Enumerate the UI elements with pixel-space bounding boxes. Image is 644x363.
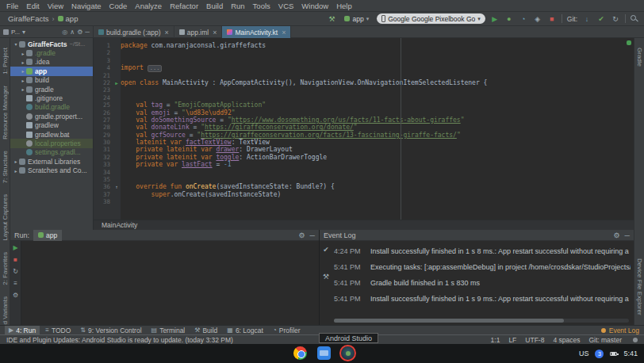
minimize-icon[interactable]: ─ <box>310 230 315 241</box>
tree-item-build[interactable]: ▸build <box>10 76 93 85</box>
menu-item-navigate[interactable]: Navigate <box>67 0 105 12</box>
code-area[interactable]: 1package com.naranjaconsal.giraffefacts2… <box>94 38 634 220</box>
tab-mainactivity-kt[interactable]: MainActivity.kt× <box>222 26 291 38</box>
battery-icon[interactable] <box>610 352 617 356</box>
tree-item-gradle-propert[interactable]: gradle.propert... <box>10 112 93 120</box>
tree-item-gitignore[interactable]: .gitignore <box>10 94 93 102</box>
status-git-master[interactable]: Git: master <box>588 336 622 344</box>
tab-app-iml[interactable]: app.iml× <box>174 26 223 38</box>
code-line-23[interactable]: 23 <box>94 86 634 94</box>
status-message[interactable]: IDE and Plugin Updates: Android Studio i… <box>6 336 233 344</box>
commit-button[interactable]: ✔ <box>596 14 606 24</box>
restart-button[interactable]: ↻ <box>13 268 18 275</box>
menu-item-file[interactable]: File <box>2 0 22 12</box>
code-line-33[interactable]: 33 private var lastFact = -1 <box>94 161 634 168</box>
menu-item-view[interactable]: View <box>44 0 67 12</box>
code-line-2[interactable]: 2 <box>94 49 634 56</box>
status-utf-8[interactable]: UTF-8 <box>525 336 544 344</box>
hide-panel-icon[interactable]: ─ <box>85 29 90 36</box>
tree-item-settings-gradl[interactable]: settings.gradl... <box>10 148 93 157</box>
settings-gear-icon[interactable]: ⚙ <box>614 230 620 241</box>
run-config-selector[interactable]: app▾ <box>341 13 372 24</box>
code-line-1[interactable]: 1package com.naranjaconsal.giraffefacts <box>94 42 634 49</box>
expand-arrow-icon[interactable]: ▸ <box>20 86 26 92</box>
menu-item-edit[interactable]: Edit <box>22 0 43 12</box>
tree-item-external-libraries[interactable]: ▸External Libraries <box>10 157 93 166</box>
tool-button-resource-manager[interactable]: Resource Manager <box>2 86 9 139</box>
code-line-28[interactable]: 28 val donateLink = "https://giraffecons… <box>94 124 634 131</box>
code-line-36[interactable]: 36↑ override fun onCreate(savedInstanceS… <box>94 183 634 190</box>
project-view-label[interactable]: P... <box>11 29 20 36</box>
menu-item-refactor[interactable]: Refactor <box>166 0 202 12</box>
notification-count-badge[interactable]: 3 <box>595 350 604 358</box>
filter-button[interactable]: ≡ <box>13 280 17 287</box>
tree-item-app[interactable]: ▸app <box>10 67 93 75</box>
tree-item-gradle[interactable]: ▸gradle <box>10 85 93 94</box>
close-icon[interactable]: × <box>165 29 169 36</box>
code-line-3[interactable]: 3 <box>94 57 634 64</box>
update-project-button[interactable]: ↓ <box>582 14 592 24</box>
chrome-icon[interactable] <box>293 346 307 360</box>
code-line-37[interactable]: 37 super.onCreate(savedInstanceState) <box>94 191 634 198</box>
menu-item-tools[interactable]: Tools <box>249 0 274 12</box>
expand-arrow-icon[interactable]: ▸ <box>20 78 26 83</box>
rollback-button[interactable]: ↻ <box>611 14 620 24</box>
menu-item-help[interactable]: Help <box>332 0 356 12</box>
code-editor[interactable]: 1package com.naranjaconsal.giraffefacts2… <box>94 38 634 230</box>
collapse-all-icon[interactable]: ∧ <box>70 29 75 36</box>
locate-icon[interactable]: ◎ <box>62 29 67 36</box>
code-line-30[interactable]: 30 lateinit var factTextView: TextView <box>94 139 634 146</box>
tree-item-gradlew-bat[interactable]: gradlew.bat <box>10 130 93 139</box>
tool-window-button-6-logcat[interactable]: ▦6: Logcat <box>223 326 267 335</box>
code-line-4[interactable]: 4import ... <box>94 64 634 71</box>
code-line-25[interactable]: 25 val tag = "EmojiCompatApplication" <box>94 101 634 109</box>
mark-all-read-icon[interactable]: ✔ <box>323 246 329 254</box>
tree-item-scratches-and-co[interactable]: ▸Scratches and Co... <box>10 166 93 174</box>
code-line-26[interactable]: 26 val emoji = "\ud83e\udd92" <box>94 109 634 117</box>
debug-button[interactable]: ● <box>504 14 514 24</box>
expand-arrow-icon[interactable]: ▾ <box>13 41 19 47</box>
keyboard-layout-indicator[interactable]: US <box>579 350 589 357</box>
clock[interactable]: 5:41 <box>623 350 638 357</box>
code-line-21[interactable]: 21 <box>94 72 634 79</box>
settings-gear-icon[interactable]: ⚙ <box>299 230 305 241</box>
stop-button[interactable]: ■ <box>547 14 557 24</box>
editor-breadcrumb-label[interactable]: MainActivity <box>102 221 137 229</box>
tree-item-gradle[interactable]: ▸.gradle <box>10 48 93 57</box>
tool-window-button-todo[interactable]: ≡TODO <box>41 326 75 335</box>
search-icon[interactable] <box>631 15 638 22</box>
expand-arrow-icon[interactable]: ▸ <box>20 51 26 56</box>
code-line-34[interactable]: 34 <box>94 169 634 176</box>
attach-debugger-button[interactable]: ◈ <box>533 14 542 24</box>
tree-item-giraffefacts[interactable]: ▾GiraffeFacts~/St... <box>10 40 93 48</box>
event-log-settings-icon[interactable]: ⚒ <box>323 273 329 281</box>
code-line-31[interactable]: 31 private lateinit var drawer: DrawerLa… <box>94 146 634 153</box>
profile-button[interactable]: ◔ <box>519 14 528 24</box>
menu-item-run[interactable]: Run <box>227 0 248 12</box>
tree-item-local-properties[interactable]: local.properties <box>10 139 93 147</box>
run-button[interactable]: ▶ <box>490 14 500 24</box>
files-icon[interactable] <box>317 346 331 360</box>
notification-bell-icon[interactable] <box>633 338 638 342</box>
rerun-button[interactable]: ▶ <box>13 244 17 251</box>
tool-button-1-project[interactable]: 1: Project <box>2 48 9 75</box>
build-hammer-icon[interactable]: ⚒ <box>327 14 336 24</box>
code-line-38[interactable]: 38 <box>94 198 634 205</box>
tool-window-button-terminal[interactable]: ▤Terminal <box>148 326 190 335</box>
status-1-1[interactable]: 1:1 <box>491 336 500 344</box>
scrollbar-thumb[interactable] <box>334 319 564 323</box>
tool-button-gradle[interactable]: Gradle <box>636 48 643 67</box>
tool-button-7-structure[interactable]: 7: Structure <box>2 151 9 183</box>
menu-item-window[interactable]: Window <box>297 0 332 12</box>
tab-build-gradle-app[interactable]: build.gradle (:app)× <box>94 26 174 38</box>
code-line-27[interactable]: 27 val doSomethingSource = "https://www.… <box>94 117 634 124</box>
breadcrumb-module[interactable]: app <box>58 14 79 23</box>
expand-arrow-icon[interactable]: ▸ <box>13 159 19 164</box>
code-line-32[interactable]: 32 private lateinit var toggle: ActionBa… <box>94 154 634 161</box>
code-line-24[interactable]: 24 <box>94 94 634 101</box>
run-tab-app[interactable]: app <box>33 230 62 241</box>
event-log-button[interactable]: Event Log <box>601 327 639 334</box>
minimize-icon[interactable]: ─ <box>625 230 630 241</box>
tool-window-button-9-version-control[interactable]: ⇅9: Version Control <box>76 326 145 335</box>
override-gutter-icon[interactable]: ↑ <box>113 183 121 190</box>
